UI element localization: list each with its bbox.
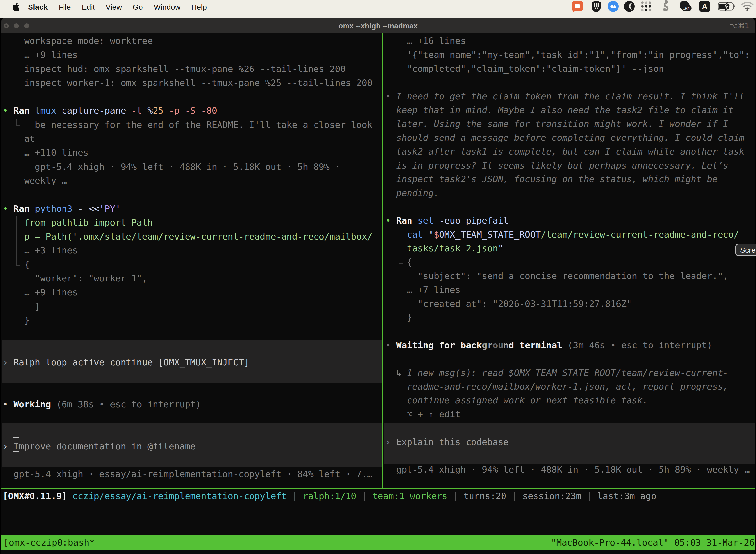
terminal-line: … +110 lines — [24, 146, 88, 160]
terminal-line: gpt-5.4 xhigh · essay/ai-reimplementatio… — [13, 467, 372, 481]
terminal-text-segment: weekly … — [24, 175, 67, 186]
hud-segment: turns:20 — [463, 491, 506, 501]
terminal-text-segment: Ran — [13, 204, 29, 214]
terminal-text-segment: … +7 lines — [407, 285, 460, 295]
terminal-text-segment: tasks/task-2.json — [407, 243, 498, 254]
terminal-text-segment — [412, 215, 418, 226]
svg-text:A: A — [702, 2, 707, 11]
tmux-pane-left[interactable]: workspace_mode: worktree… +9 linesinspec… — [1, 33, 382, 488]
shield-grid-icon[interactable] — [590, 0, 602, 14]
terminal-text-segment: Waiting for back — [396, 340, 482, 350]
dark-circle-icon[interactable] — [623, 0, 635, 14]
dots-grid-icon[interactable] — [640, 0, 652, 14]
terminal-text-segment: % — [142, 106, 153, 116]
wifi-icon[interactable] — [741, 1, 754, 12]
input-source-icon[interactable]: A — [698, 0, 711, 14]
tmux-pane-right[interactable]: … +16 lines'{"team_name":"my-team","task… — [383, 33, 755, 488]
terminal-line: { — [24, 258, 29, 272]
terminal-line: } — [24, 314, 29, 327]
terminal-text-segment — [8, 399, 14, 409]
terminal-text-segment: • — [385, 215, 391, 226]
terminal-line: is in progress? It seems likely but perh… — [396, 159, 728, 172]
terminal-text-segment: -t — [126, 106, 142, 116]
terminal-text-segment: -p — [164, 106, 180, 116]
hud-segment: team:1 workers — [372, 491, 447, 501]
hud-segment: ralph:1/10 — [303, 491, 357, 501]
terminal-line: be necessary for the end of the README. … — [35, 118, 373, 132]
terminal-text-segment: gr — [482, 340, 493, 350]
terminal-text-segment: ou — [493, 340, 503, 350]
seahorse-icon[interactable] — [661, 0, 670, 14]
indent-guide — [16, 216, 17, 266]
terminal-text-segment: - << — [72, 204, 99, 214]
terminal-text-segment: be necessary for the end of the README. … — [35, 120, 373, 130]
terminal-text-segment: capture-pane — [56, 106, 126, 116]
terminal-text-segment: … +9 lines — [24, 287, 78, 297]
terminal-text-segment: " — [423, 229, 434, 239]
hud-segment: | — [287, 491, 303, 501]
screen-share-button[interactable]: Scre — [736, 244, 756, 256]
terminal-text-segment: tmux — [35, 106, 56, 116]
hud-segment: last:3m ago — [597, 491, 656, 501]
terminal-line: • Working (6m 38s • esc to interrupt) — [3, 397, 201, 411]
terminal-line: weekly … — [24, 174, 67, 188]
desktop — [0, 14, 756, 18]
window-title: omx --xhigh --madmax — [1, 18, 755, 33]
menu-item-file[interactable]: File — [59, 3, 71, 11]
terminal-text-segment: … +110 lines — [24, 148, 88, 158]
terminal-line: • Ran set -euo pipefail — [385, 214, 509, 228]
terminal-line: … +16 lines — [407, 34, 466, 48]
terminal-content[interactable]: workspace_mode: worktree… +9 linesinspec… — [1, 33, 755, 554]
terminal-text-segment — [391, 91, 396, 101]
hud-segment: | — [447, 491, 463, 501]
terminal-line: ⌥ + ↑ edit — [407, 407, 460, 421]
tmux-status-bar: [omx-cczip0:bash* "MacBook-Pro-44.local"… — [1, 535, 755, 550]
terminal-text-segment: "worker": "worker-1", — [35, 273, 147, 283]
battery-charging-icon[interactable] — [717, 2, 737, 12]
terminal-line: tasks/task-2.json" — [407, 241, 503, 256]
terminal-line: workspace_mode: worktree — [24, 34, 152, 48]
terminal-text-segment: { — [24, 259, 29, 270]
terminal-text-segment: '{"team_name":"my-team","task_id":"1","f… — [407, 50, 750, 60]
terminal-text-segment: OMX_TEAM_STATE_ROOT — [439, 229, 541, 239]
terminal-text-segment: continue assigned work or next feasible … — [407, 395, 648, 405]
hud-segment: cczip/essay/ai-reimplementation-copyleft — [72, 491, 287, 501]
blue-badge-icon[interactable] — [607, 0, 619, 14]
terminal-text-segment: python3 — [35, 204, 72, 214]
menu-item-view[interactable]: View — [106, 3, 122, 11]
menu-item-go[interactable]: Go — [133, 3, 143, 11]
terminal-text-segment: (3m 46s • esc to interrupt) — [562, 340, 712, 350]
terminal-text-segment: ⌥ + ↑ edit — [407, 409, 460, 419]
terminal-text-segment: inspect_worker-1: omx sparkshell --tmux-… — [24, 78, 372, 88]
terminal-window[interactable]: omx --xhigh --madmax ⌥⌘1 workspace_mode:… — [1, 18, 755, 554]
menu-bar: SlackFileEditViewGoWindowHelp ..61A — [0, 0, 756, 14]
hud-segment: | — [357, 491, 373, 501]
terminal-text-segment: keep that in mind. Maybe I also need the… — [396, 105, 734, 115]
terminal-line: keep that in mind. Maybe I also need the… — [396, 103, 734, 117]
window-titlebar[interactable]: omx --xhigh --madmax ⌥⌘1 — [1, 18, 755, 33]
terminal-text-segment: } — [24, 315, 29, 325]
terminal-text-segment: n — [503, 340, 509, 350]
terminal-line: '{"team_name":"my-team","task_id":"1","f… — [407, 48, 750, 62]
menu-item-edit[interactable]: Edit — [82, 3, 95, 11]
terminal-text-segment: 'PY' — [99, 204, 121, 214]
apple-menu-icon[interactable] — [12, 3, 20, 12]
terminal-text-segment: Working — [13, 399, 51, 409]
tmux-host-clock: "MacBook-Pro-44.local" 05:03 31-Mar-26 — [551, 536, 755, 550]
menu-item-window[interactable]: Window — [154, 3, 181, 11]
terminal-text-segment: at — [24, 133, 35, 144]
menu-item-slack[interactable]: Slack — [28, 3, 48, 11]
terminal-text-segment: gpt-5.4 xhigh · 94% left · 488K in · 5.1… — [396, 464, 750, 475]
cloud-61-icon[interactable]: ..61 — [678, 0, 693, 14]
terminal-text-segment: • — [385, 91, 391, 101]
terminal-text-segment: is in progress? It seems likely but perh… — [396, 160, 728, 170]
menu-item-help[interactable]: Help — [191, 3, 207, 11]
indent-guide — [16, 119, 17, 126]
terminal-text-segment: p = Path('.omx/state/team/review-current… — [24, 231, 372, 241]
terminal-text-segment: • — [3, 204, 8, 214]
screen-recording-indicator-icon[interactable] — [571, 0, 584, 14]
terminal-text-segment: should send a message before completing … — [396, 132, 744, 143]
terminal-text-segment: › — [385, 437, 391, 447]
terminal-text-segment: … +9 lines — [24, 50, 78, 60]
terminal-line: "completed","claim_token":"claim-token"}… — [407, 62, 664, 76]
